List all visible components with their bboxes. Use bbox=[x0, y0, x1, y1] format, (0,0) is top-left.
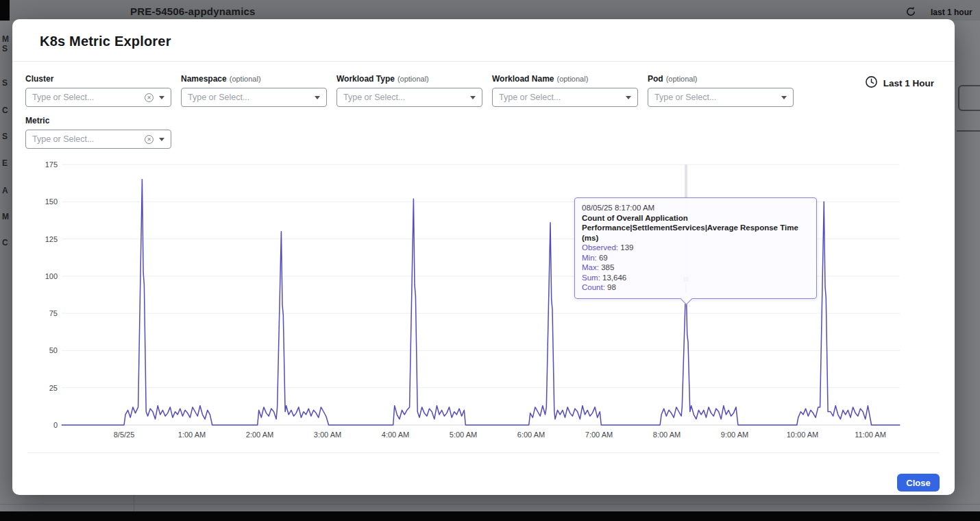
background-page-title: PRE-54506-appdynamics bbox=[130, 5, 256, 17]
optional-tag: (optional) bbox=[556, 75, 588, 83]
k8s-metric-explorer-modal: K8s Metric Explorer ClusterType or Selec… bbox=[12, 19, 955, 495]
screen: PRE-54506-appdynamics last 1 hour MSSCSE… bbox=[0, 0, 980, 521]
chevron-down-icon[interactable] bbox=[159, 96, 164, 99]
tooltip-row-sum: Sum: 13,646 bbox=[582, 273, 809, 283]
svg-text:0: 0 bbox=[53, 421, 58, 429]
svg-text:8:00 AM: 8:00 AM bbox=[653, 431, 681, 439]
filter-label: Namespace(optional) bbox=[181, 74, 327, 84]
filter-pod: Pod(optional)Type or Select... bbox=[648, 74, 794, 107]
optional-tag: (optional) bbox=[230, 75, 261, 83]
svg-text:25: 25 bbox=[49, 384, 58, 392]
background-sidebar-letter: C bbox=[2, 238, 8, 247]
background-sidebar-letter: E bbox=[2, 158, 8, 168]
filter-label: Workload Name(optional) bbox=[492, 74, 638, 84]
background-topbar: PRE-54506-appdynamics last 1 hour bbox=[0, 0, 980, 21]
tooltip-row-max: Max: 385 bbox=[582, 263, 809, 273]
svg-text:175: 175 bbox=[45, 160, 58, 169]
tooltip-timestamp: 08/05/25 8:17:00 AM bbox=[582, 203, 809, 213]
chevron-down-icon[interactable] bbox=[470, 96, 476, 99]
time-range-label: Last 1 Hour bbox=[883, 78, 934, 88]
filter-workload-name: Workload Name(optional)Type or Select... bbox=[492, 74, 638, 107]
svg-text:7:00 AM: 7:00 AM bbox=[585, 431, 613, 439]
svg-text:75: 75 bbox=[49, 309, 58, 317]
background-sidebar-letter: M bbox=[2, 34, 9, 44]
svg-text:9:00 AM: 9:00 AM bbox=[721, 431, 748, 439]
filter-cluster: ClusterType or Select...✕ bbox=[25, 74, 171, 107]
chevron-down-icon[interactable] bbox=[626, 96, 631, 99]
tooltip-metric-name: Count of Overall Application Performance… bbox=[582, 213, 809, 243]
svg-text:11:00 AM: 11:00 AM bbox=[855, 431, 886, 439]
background-sidebar-letter: S bbox=[2, 132, 8, 141]
svg-text:5:00 AM: 5:00 AM bbox=[450, 431, 477, 439]
svg-text:150: 150 bbox=[45, 197, 58, 206]
filter-label: Cluster bbox=[25, 74, 171, 84]
cluster-select[interactable]: Type or Select...✕ bbox=[25, 88, 171, 107]
svg-text:50: 50 bbox=[49, 346, 58, 354]
svg-text:2:00 AM: 2:00 AM bbox=[246, 431, 273, 439]
background-sidebar-letter: M bbox=[2, 212, 9, 221]
tooltip-row-min: Min: 69 bbox=[582, 253, 809, 263]
tooltip-row-observed: Observed: 139 bbox=[582, 243, 809, 253]
tooltip-stats: Observed: 139Min: 69Max: 385Sum: 13,646C… bbox=[582, 243, 809, 293]
background-sidebar-letter: C bbox=[2, 106, 8, 115]
svg-text:3:00 AM: 3:00 AM bbox=[314, 431, 341, 439]
placeholder-text: Type or Select... bbox=[32, 93, 145, 102]
filter-label: Pod(optional) bbox=[648, 74, 794, 84]
chevron-down-icon[interactable] bbox=[159, 138, 164, 141]
workload-name-select[interactable]: Type or Select... bbox=[492, 88, 638, 107]
chart-tooltip: 08/05/25 8:17:00 AM Count of Overall App… bbox=[574, 197, 817, 299]
background-seam-horizontal bbox=[0, 504, 980, 505]
chevron-down-icon[interactable] bbox=[781, 96, 787, 99]
tooltip-row-count: Count: 98 bbox=[582, 282, 809, 293]
background-partial-button bbox=[958, 85, 980, 111]
top-left-black-block bbox=[0, 0, 10, 21]
svg-text:1:00 AM: 1:00 AM bbox=[178, 431, 206, 439]
placeholder-text: Type or Select... bbox=[343, 93, 470, 102]
namespace-select[interactable]: Type or Select... bbox=[181, 88, 327, 107]
placeholder-text: Type or Select... bbox=[499, 93, 626, 102]
refresh-icon[interactable] bbox=[905, 5, 917, 18]
svg-text:10:00 AM: 10:00 AM bbox=[787, 431, 818, 439]
placeholder-text: Type or Select... bbox=[32, 134, 145, 144]
svg-text:4:00 AM: 4:00 AM bbox=[382, 431, 409, 439]
bottom-black-bar bbox=[0, 511, 980, 521]
clock-icon bbox=[865, 75, 878, 90]
workload-type-select[interactable]: Type or Select... bbox=[336, 88, 482, 107]
chevron-down-icon[interactable] bbox=[315, 96, 320, 99]
filter-namespace: Namespace(optional)Type or Select... bbox=[181, 74, 327, 107]
background-partial-line bbox=[957, 130, 980, 132]
close-button[interactable]: Close bbox=[897, 474, 940, 492]
pod-select[interactable]: Type or Select... bbox=[648, 88, 794, 107]
background-time-range: last 1 hour bbox=[931, 8, 972, 17]
filter-label: Metric bbox=[25, 116, 171, 125]
modal-title: K8s Metric Explorer bbox=[40, 34, 927, 49]
optional-tag: (optional) bbox=[397, 75, 429, 83]
svg-text:8/5/25: 8/5/25 bbox=[114, 431, 135, 439]
chart-bottom-divider bbox=[27, 452, 940, 453]
svg-text:100: 100 bbox=[45, 272, 58, 280]
filters-row: ClusterType or Select...✕Namespace(optio… bbox=[25, 74, 955, 107]
svg-text:6:00 AM: 6:00 AM bbox=[517, 431, 545, 439]
metric-row: MetricType or Select...✕ bbox=[25, 116, 955, 149]
optional-tag: (optional) bbox=[666, 75, 698, 83]
svg-text:125: 125 bbox=[45, 235, 58, 243]
modal-header: K8s Metric Explorer bbox=[12, 19, 955, 62]
clear-icon[interactable]: ✕ bbox=[145, 93, 154, 102]
background-sidebar-letter: S bbox=[2, 78, 8, 88]
metric-select[interactable]: Type or Select...✕ bbox=[25, 130, 171, 149]
placeholder-text: Type or Select... bbox=[188, 93, 315, 102]
background-sidebar-letter: S bbox=[2, 44, 8, 53]
placeholder-text: Type or Select... bbox=[654, 93, 781, 102]
background-sidebar-letter: A bbox=[2, 186, 8, 195]
background-seam-vertical bbox=[134, 495, 134, 511]
filter-metric: MetricType or Select...✕ bbox=[25, 116, 171, 149]
filter-workload-type: Workload Type(optional)Type or Select... bbox=[336, 74, 482, 107]
clear-icon[interactable]: ✕ bbox=[145, 135, 154, 144]
filter-label: Workload Type(optional) bbox=[336, 74, 482, 84]
time-range-control[interactable]: Last 1 Hour bbox=[865, 75, 934, 90]
